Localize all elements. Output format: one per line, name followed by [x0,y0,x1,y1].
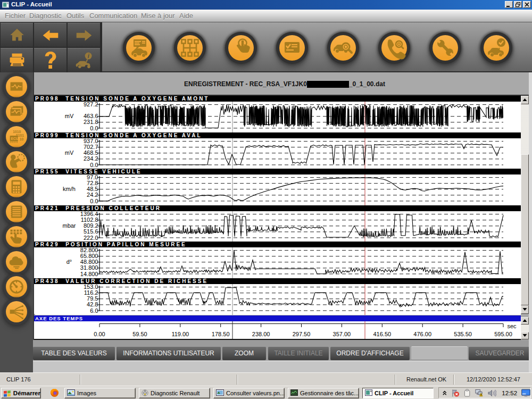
svg-text:0.0: 0.0 [90,198,98,204]
svg-text:14.800: 14.800 [80,271,98,277]
svg-text:297.50: 297.50 [293,331,311,337]
svg-text:10: 10 [20,137,24,141]
svg-text:d°: d° [66,259,72,265]
svg-text:6.0: 6.0 [90,307,98,314]
svg-text:km/h: km/h [63,186,76,192]
svg-text:0.0: 0.0 [90,162,98,168]
svg-text:0.00: 0.00 [94,331,105,337]
svg-text:927.2: 927.2 [84,102,98,107]
svg-text:222.0: 222.0 [84,235,98,241]
svg-text:119.00: 119.00 [171,331,189,337]
svg-text:238.00: 238.00 [252,331,270,337]
svg-text:mV: mV [65,149,74,156]
svg-text:535.50: 535.50 [454,331,472,337]
svg-text:59.50: 59.50 [132,331,147,337]
svg-text:sec: sec [507,323,517,329]
svg-text:476.00: 476.00 [413,331,431,337]
svg-text:0.0: 0.0 [90,125,98,131]
svg-text:178.50: 178.50 [212,331,230,337]
svg-text:mbar: mbar [62,222,76,229]
svg-text:595.00: 595.00 [494,331,512,337]
svg-text:mV: mV [65,113,74,119]
svg-text:357.00: 357.00 [333,331,351,337]
svg-text:ECU: ECU [11,137,19,140]
svg-text:416.50: 416.50 [373,331,391,337]
